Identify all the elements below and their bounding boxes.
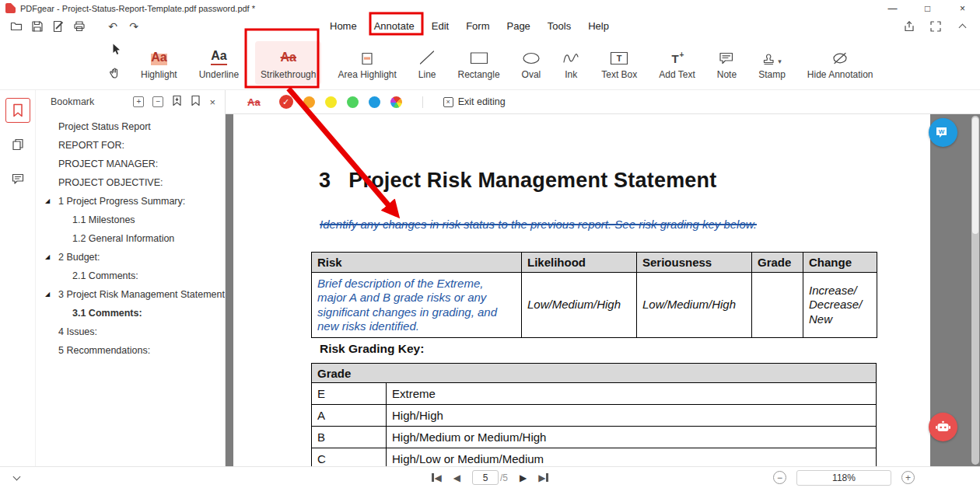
undo-button[interactable]: ↶ — [106, 19, 120, 33]
sidebar-tab-bookmarks[interactable] — [5, 98, 30, 123]
highlight-icon: Aa — [151, 51, 166, 64]
minimize-button[interactable]: — — [875, 0, 910, 16]
exit-editing-button[interactable]: × Exit editing — [443, 96, 506, 107]
share-button[interactable] — [902, 19, 916, 33]
strikethrough-icon: Aa — [281, 51, 296, 64]
bookmark-item[interactable]: 5 Recommendations: — [36, 341, 225, 360]
color-swatch-custom[interactable] — [390, 96, 402, 108]
tool-area-highlight[interactable]: Area Highlight — [332, 41, 401, 85]
select-cursor-button[interactable] — [110, 43, 122, 59]
tool-note[interactable]: Note — [712, 41, 742, 85]
change-cell[interactable]: Increase/ Decrease/ New — [803, 273, 877, 338]
tab-help[interactable]: Help — [588, 20, 609, 32]
tab-home[interactable]: Home — [330, 20, 357, 32]
stamp-dropdown-caret[interactable]: ▾ — [778, 58, 782, 65]
doc-heading[interactable]: 3 Project Risk Management Statement — [319, 169, 716, 193]
print-button[interactable] — [72, 19, 86, 33]
tool-add-text[interactable]: T+ Add Text — [653, 41, 700, 85]
bookmark-item[interactable]: PROJECT OBJECTIVE: — [36, 173, 225, 192]
sidebar-tab-comments[interactable] — [5, 166, 30, 191]
close-panel-button[interactable]: × — [209, 97, 215, 107]
tool-hide-annotation[interactable]: Hide Annotation — [802, 41, 879, 85]
cursor-icon — [110, 43, 122, 56]
expand-all-button[interactable]: + — [133, 96, 144, 107]
add-bookmark-button[interactable] — [172, 95, 182, 109]
tool-text-box[interactable]: T Text Box — [596, 41, 642, 85]
bookmark-item[interactable]: Project Status Report — [36, 117, 225, 136]
collapse-triangle-icon[interactable]: ◢ — [45, 253, 50, 260]
risk-grading-key-title[interactable]: Risk Grading Key: — [320, 342, 424, 356]
risk-table[interactable]: Risk Likelihood Seriousness Grade Change… — [311, 252, 877, 338]
zoom-out-button[interactable]: − — [773, 471, 786, 484]
previous-page-button[interactable]: ◀ — [453, 473, 460, 483]
tool-stamp[interactable]: ▾ Stamp — [753, 41, 791, 85]
exit-editing-icon: × — [443, 97, 453, 107]
titlebar: PDFgear - Project-Status-Report-Template… — [0, 0, 980, 16]
sidebar-tab-pages[interactable] — [5, 132, 30, 157]
last-page-button[interactable]: ▶ — [538, 473, 548, 483]
grade-cell[interactable] — [752, 273, 803, 338]
bookmark-item[interactable]: ◢3 Project Risk Management Statement — [36, 285, 225, 304]
collapse-all-button[interactable]: − — [152, 96, 163, 107]
likelihood-cell[interactable]: Low/Medium/High — [522, 273, 637, 338]
tool-underline[interactable]: Aa Underline — [194, 41, 244, 85]
tool-oval[interactable]: Oval — [516, 41, 547, 85]
tab-annotate[interactable]: Annotate — [374, 20, 415, 32]
page-number-input[interactable]: 5 — [472, 470, 499, 485]
hand-pan-button[interactable] — [109, 66, 122, 82]
sign-button[interactable] — [51, 19, 65, 33]
save-button[interactable] — [30, 19, 44, 33]
ai-assistant-button[interactable] — [929, 413, 957, 441]
tab-page[interactable]: Page — [506, 20, 530, 32]
collapse-ribbon-button[interactable] — [955, 19, 969, 33]
stamp-icon — [762, 51, 775, 65]
maximize-button[interactable]: □ — [910, 0, 945, 16]
tool-line[interactable]: Line — [413, 41, 442, 85]
fullscreen-button[interactable] — [929, 19, 943, 33]
bookmark-flag-button[interactable] — [191, 95, 201, 109]
tool-rectangle[interactable]: Rectangle — [453, 41, 506, 85]
open-button[interactable] — [9, 19, 23, 33]
color-swatch-green[interactable] — [347, 96, 359, 108]
tool-highlight[interactable]: Aa Highlight — [135, 41, 183, 85]
color-swatch-orange[interactable] — [303, 96, 315, 108]
doc-instruction-struck-text[interactable]: Identify any changes in risk status to t… — [320, 218, 757, 231]
risk-description-cell[interactable]: Brief description of the Extreme, major … — [312, 273, 522, 338]
scrollbar-thumb[interactable] — [972, 117, 978, 234]
vertical-scrollbar[interactable] — [971, 116, 979, 465]
tab-edit[interactable]: Edit — [432, 20, 449, 32]
collapse-triangle-icon[interactable]: ◢ — [45, 291, 50, 298]
first-page-button[interactable]: ◀ — [432, 473, 442, 483]
tab-form[interactable]: Form — [466, 20, 489, 32]
next-page-button[interactable]: ▶ — [520, 473, 527, 483]
bookmark-item[interactable]: 1.2 General Information — [36, 229, 225, 248]
page-total-label: /5 — [500, 472, 508, 483]
bookmark-item-current[interactable]: 3.1 Comments: — [36, 304, 225, 322]
redo-button[interactable]: ↷ — [127, 19, 141, 33]
bookmark-item[interactable]: PROJECT MANAGER: — [36, 155, 225, 173]
zoom-in-button[interactable]: + — [901, 471, 915, 484]
document-page[interactable]: 3 Project Risk Management Statement Iden… — [233, 114, 930, 466]
bookmark-item[interactable]: ◢2 Budget: — [36, 248, 225, 267]
translate-button[interactable]: W — [929, 118, 957, 147]
pdf-canvas[interactable]: 3 Project Risk Management Statement Iden… — [226, 114, 980, 466]
tool-ink[interactable]: Ink — [557, 41, 585, 85]
tool-strikethrough[interactable]: Aa Strikethrough — [255, 41, 321, 85]
bookmark-item[interactable]: 4 Issues: — [36, 322, 225, 341]
bookmark-item[interactable]: ◢1 Project Progress Summary: — [36, 192, 225, 211]
tab-tools[interactable]: Tools — [548, 20, 571, 32]
zoom-level-input[interactable]: 118% — [796, 470, 891, 486]
collapse-triangle-icon[interactable]: ◢ — [45, 197, 50, 204]
collapse-statusbar-button[interactable] — [14, 474, 19, 482]
color-swatch-yellow[interactable] — [325, 96, 337, 108]
close-button[interactable]: × — [945, 0, 980, 16]
bookmark-item[interactable]: REPORT FOR: — [36, 136, 225, 155]
risk-grading-table[interactable]: Grade EExtreme AHigh/High BHigh/Medium o… — [311, 363, 877, 466]
bookmark-item[interactable]: 2.1 Comments: — [36, 267, 225, 285]
bookmark-item[interactable]: 1.1 Milestones — [36, 211, 225, 229]
rectangle-icon — [470, 51, 488, 65]
pdfgear-window: PDFgear - Project-Status-Report-Template… — [0, 0, 980, 488]
color-swatch-red-selected[interactable]: ✓ — [279, 95, 293, 109]
seriousness-cell[interactable]: Low/Medium/High — [637, 273, 752, 338]
color-swatch-blue[interactable] — [369, 96, 380, 108]
